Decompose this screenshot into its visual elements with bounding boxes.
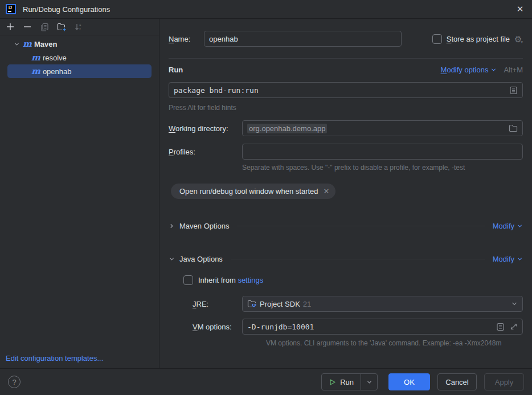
remove-configuration-icon[interactable] [21, 21, 34, 33]
add-configuration-icon[interactable] [3, 21, 17, 33]
profiles-input[interactable] [242, 144, 523, 160]
name-label: Name: [169, 35, 204, 43]
chevron-down-icon[interactable] [511, 300, 518, 307]
store-settings-gear-icon[interactable]: ⚙▾ [514, 35, 523, 43]
configurations-sidebar: az m Maven m resolve m openhab [0, 19, 159, 368]
maven-icon: m [31, 67, 40, 76]
before-launch-tag[interactable]: Open run/debug tool window when started … [171, 184, 335, 199]
remove-tag-icon[interactable]: ✕ [324, 187, 330, 196]
maven-icon: m [23, 40, 32, 48]
dialog-title: Run/Debug Configurations [23, 5, 110, 14]
run-options-chevron-icon[interactable] [361, 374, 377, 390]
store-as-project-file-checkbox[interactable] [432, 34, 442, 44]
new-folder-icon[interactable] [55, 21, 68, 33]
chevron-down-icon[interactable] [169, 256, 175, 262]
inherit-from-settings-checkbox[interactable] [183, 275, 193, 285]
alt-field-hint: Press Alt for field hints [169, 104, 523, 112]
chevron-down-icon[interactable] [490, 67, 497, 73]
chevron-down-icon[interactable] [10, 41, 23, 47]
vm-options-input[interactable]: -D-runjdb=10001 [242, 319, 523, 335]
working-directory-label: Working directory: [169, 124, 242, 133]
browse-folder-icon[interactable] [509, 124, 518, 132]
tree-item-maven[interactable]: m Maven [7, 37, 152, 51]
project-sdk-icon [247, 300, 256, 308]
modify-options-shortcut: Alt+M [504, 66, 523, 74]
copy-configuration-icon[interactable] [38, 21, 51, 33]
title-bar: IJ Run/Debug Configurations ✕ [0, 0, 532, 19]
run-button[interactable]: Run [322, 374, 361, 390]
tree-item-openhab[interactable]: m openhab [7, 64, 152, 78]
profiles-hint: Separate with spaces. Use "-" prefix to … [242, 164, 523, 172]
working-directory-input[interactable]: org.openhab.demo.app [242, 120, 523, 136]
dialog-footer: ? Run OK Cancel Apply [0, 368, 532, 395]
help-icon[interactable]: ? [8, 376, 21, 388]
cancel-button[interactable]: Cancel [437, 373, 477, 390]
java-options-modify-link[interactable]: Modify [493, 255, 523, 263]
run-section-header: Run Modify options Alt+M [169, 66, 523, 74]
jre-label: JRE: [193, 300, 242, 308]
vm-options-label: VM options: [193, 323, 242, 331]
svg-text:z: z [79, 27, 81, 31]
sidebar-toolbar: az [0, 19, 159, 35]
apply-button[interactable]: Apply [484, 373, 524, 390]
name-input[interactable] [204, 31, 402, 47]
run-split-button[interactable]: Run [321, 373, 378, 390]
jre-select[interactable]: Project SDK 21 [242, 296, 523, 312]
run-section-title: Run [169, 66, 183, 74]
run-debug-configurations-dialog: IJ Run/Debug Configurations ✕ [0, 0, 532, 395]
close-icon[interactable]: ✕ [514, 3, 526, 15]
maven-options-header[interactable]: Maven Options Modify [169, 222, 523, 230]
store-as-project-file-label: Store as project file [447, 35, 510, 43]
configuration-tree: m Maven m resolve m openhab [0, 35, 159, 78]
run-command-input[interactable]: package bnd-run:run [169, 82, 523, 98]
maven-options-title: Maven Options [179, 222, 229, 230]
modify-options-link[interactable]: Modify options [441, 66, 489, 74]
java-options-header[interactable]: Java Options Modify [169, 255, 523, 263]
sort-alphabetically-icon[interactable]: az [72, 21, 85, 33]
vm-options-hint: VM options. CLI arguments to the 'Java' … [266, 339, 523, 347]
profiles-label: Profiles: [169, 148, 242, 156]
chevron-right-icon[interactable] [169, 223, 175, 229]
maven-icon: m [31, 54, 40, 62]
inherit-from-label: Inherit from settings [198, 276, 263, 284]
expand-field-icon[interactable] [510, 323, 518, 331]
edit-configuration-templates-link[interactable]: Edit configuration templates... [6, 354, 103, 363]
svg-text:a: a [79, 23, 81, 26]
ok-button[interactable]: OK [388, 373, 430, 390]
configuration-form: Name: Store as project file ⚙▾ Run Modif… [159, 19, 532, 368]
run-play-icon [329, 378, 336, 386]
intellij-logo-icon: IJ [6, 4, 16, 14]
tree-item-resolve[interactable]: m resolve [7, 51, 152, 64]
maven-options-modify-link[interactable]: Modify [493, 222, 523, 230]
insert-macros-icon[interactable] [509, 86, 518, 95]
settings-link[interactable]: settings [238, 276, 263, 284]
insert-macros-icon[interactable] [496, 323, 505, 331]
section-divider [169, 58, 523, 59]
java-options-title: Java Options [179, 255, 223, 263]
